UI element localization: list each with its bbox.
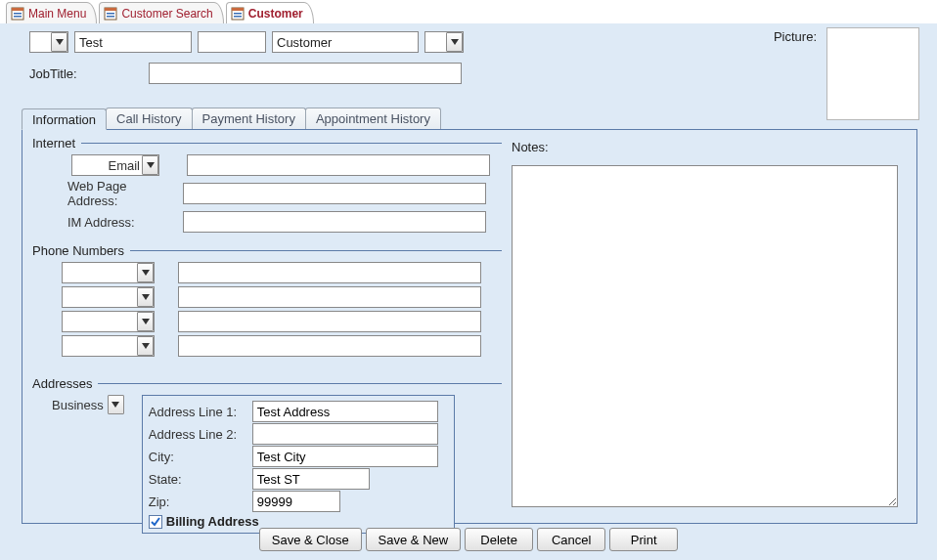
button-bar: Save & Close Save & New Delete Cancel Pr… [0, 528, 937, 551]
billing-checkbox[interactable] [149, 515, 162, 529]
chevron-down-icon[interactable] [137, 312, 154, 331]
addr-zip-label: Zip: [149, 495, 248, 509]
first-name-field[interactable] [74, 31, 192, 53]
tab-information-label: Information [32, 112, 96, 127]
address-type-value: Business [52, 398, 104, 412]
im-label: IM Address: [32, 215, 179, 230]
svg-rect-6 [107, 13, 114, 15]
phone-type-dropdown[interactable] [62, 286, 155, 308]
nav-tab-main-menu-label: Main Menu [28, 7, 86, 21]
tab-call-history[interactable]: Call History [106, 108, 192, 129]
email-type-dropdown[interactable]: Email [71, 154, 159, 176]
svg-rect-10 [234, 13, 242, 15]
phone-row [32, 286, 502, 308]
inner-tabs: Information Call History Payment History… [22, 106, 917, 129]
addr-line2-label: Address Line 2: [149, 427, 248, 442]
svg-rect-5 [105, 8, 116, 11]
tab-call-history-label: Call History [116, 111, 181, 126]
form-icon [104, 7, 117, 21]
chevron-down-icon[interactable] [137, 263, 154, 282]
cancel-button[interactable]: Cancel [537, 528, 605, 551]
addr-city-label: City: [149, 450, 248, 464]
divider [81, 143, 502, 144]
svg-marker-12 [56, 39, 64, 45]
chevron-down-icon[interactable] [137, 336, 154, 356]
chevron-down-icon[interactable] [51, 32, 67, 52]
email-field[interactable] [187, 154, 490, 176]
save-new-button[interactable]: Save & New [366, 528, 462, 551]
tab-payment-history[interactable]: Payment History [192, 108, 306, 129]
nav-tab-customer-search-label: Customer Search [121, 7, 212, 21]
svg-marker-13 [451, 39, 459, 45]
internet-group: Internet Email Web Page Address: [32, 136, 502, 236]
svg-marker-19 [112, 402, 119, 408]
address-panel: Address Line 1: Address Line 2: City: St… [142, 395, 455, 534]
middle-name-field[interactable] [198, 31, 266, 53]
tab-appointment-history-label: Appointment History [316, 111, 430, 126]
print-button[interactable]: Print [609, 528, 678, 551]
svg-rect-7 [107, 16, 114, 18]
addr-zip-field[interactable] [252, 491, 340, 512]
phone-number-field[interactable] [178, 286, 481, 308]
web-field[interactable] [183, 183, 486, 204]
svg-rect-2 [14, 13, 22, 15]
addresses-group-label: Addresses [32, 376, 92, 391]
form-icon [231, 7, 245, 21]
web-label: Web Page Address: [32, 179, 179, 208]
svg-marker-15 [142, 270, 150, 276]
chevron-down-icon[interactable] [137, 287, 154, 307]
svg-rect-11 [234, 16, 242, 18]
phones-group-label: Phone Numbers [32, 243, 124, 258]
phone-row [32, 311, 502, 332]
svg-rect-9 [232, 8, 244, 11]
nav-tab-customer-search[interactable]: Customer Search [99, 2, 223, 23]
app-window: Main Menu Customer Search Customer [0, 0, 937, 560]
svg-marker-16 [142, 294, 150, 300]
phone-row [32, 262, 502, 283]
jobtitle-field[interactable] [149, 63, 462, 84]
addr-city-field[interactable] [252, 446, 438, 467]
notes-field[interactable] [512, 165, 898, 507]
phone-number-field[interactable] [178, 311, 481, 332]
phone-type-dropdown[interactable] [62, 262, 155, 283]
svg-rect-3 [14, 16, 22, 18]
form-icon [11, 7, 24, 21]
phone-number-field[interactable] [178, 262, 481, 283]
tab-information[interactable]: Information [22, 108, 107, 130]
chevron-down-icon[interactable] [142, 155, 158, 175]
nav-tab-customer-label: Customer [248, 7, 303, 21]
nav-tab-main-menu[interactable]: Main Menu [6, 2, 97, 23]
address-type-dropdown[interactable]: Business [52, 395, 124, 414]
tab-appointment-history[interactable]: Appointment History [305, 108, 441, 129]
phones-group: Phone Numbers [32, 243, 502, 360]
addresses-group: Addresses Business Address Line 1: Addre… [32, 376, 502, 534]
svg-marker-17 [142, 319, 150, 324]
delete-button[interactable]: Delete [465, 528, 533, 551]
suffix-dropdown[interactable] [424, 31, 464, 53]
save-close-button[interactable]: Save & Close [259, 528, 362, 551]
addr-line2-field[interactable] [252, 423, 438, 445]
divider [98, 383, 502, 384]
im-field[interactable] [183, 211, 486, 233]
nav-tab-customer[interactable]: Customer [226, 2, 314, 23]
last-name-field[interactable] [272, 31, 419, 53]
divider [130, 250, 502, 251]
notes-label: Notes: [512, 140, 549, 154]
nav-tabs: Main Menu Customer Search Customer [0, 0, 937, 23]
svg-rect-1 [12, 8, 23, 11]
phone-row [32, 335, 502, 357]
phone-type-dropdown[interactable] [62, 335, 155, 357]
addr-state-field[interactable] [252, 468, 370, 490]
title-dropdown[interactable] [29, 31, 68, 53]
phone-number-field[interactable] [178, 335, 481, 357]
addr-line1-field[interactable] [252, 401, 438, 422]
chevron-down-icon[interactable] [108, 395, 124, 414]
tab-payment-history-label: Payment History [202, 111, 295, 126]
svg-marker-14 [147, 162, 155, 168]
phone-type-dropdown[interactable] [62, 311, 155, 332]
chevron-down-icon[interactable] [446, 32, 463, 52]
addr-line1-label: Address Line 1: [149, 405, 248, 419]
addr-state-label: State: [149, 472, 248, 487]
notes-block [512, 161, 903, 510]
jobtitle-label: JobTitle: [29, 66, 143, 81]
